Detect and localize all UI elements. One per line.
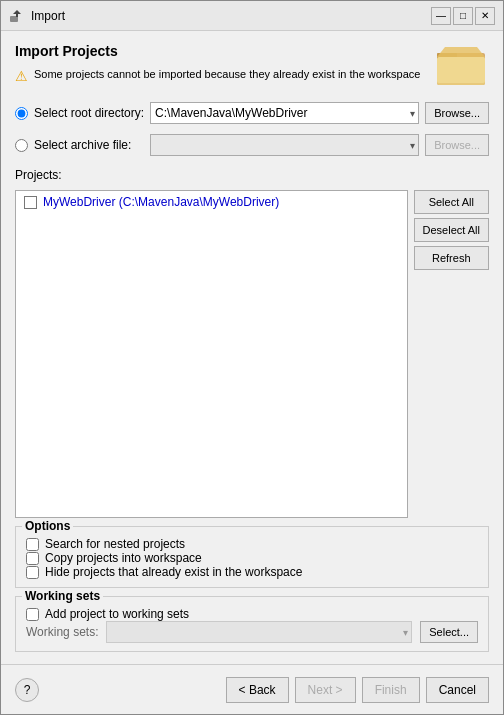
minimize-button[interactable]: — xyxy=(431,7,451,25)
warning-icon: ⚠ xyxy=(15,68,28,84)
copy-projects-label: Copy projects into workspace xyxy=(45,551,202,565)
title-bar-left: Import xyxy=(9,8,65,24)
svg-marker-1 xyxy=(13,10,21,17)
hide-existing-checkbox[interactable] xyxy=(26,566,39,579)
hide-existing-label: Hide projects that already exist in the … xyxy=(45,565,302,579)
browse-archive-button[interactable]: Browse... xyxy=(425,134,489,156)
options-section: Options Search for nested projects Copy … xyxy=(15,526,489,588)
import-window: Import — □ ✕ Import Projects ⚠ Some proj… xyxy=(0,0,504,715)
copy-projects-row: Copy projects into workspace xyxy=(26,551,478,565)
working-sets-dropdown[interactable] xyxy=(106,621,412,643)
projects-list: MyWebDriver (C:\MavenJava\MyWebDriver) xyxy=(15,190,408,518)
folder-illustration xyxy=(437,43,489,92)
title-controls: — □ ✕ xyxy=(431,7,495,25)
working-sets-label: Working sets: xyxy=(26,625,98,639)
title-bar: Import — □ ✕ xyxy=(1,1,503,31)
deselect-all-button[interactable]: Deselect All xyxy=(414,218,489,242)
root-directory-label: Select root directory: xyxy=(34,106,144,120)
select-all-button[interactable]: Select All xyxy=(414,190,489,214)
root-directory-dropdown-wrapper xyxy=(150,102,419,124)
working-sets-dropdown-wrapper xyxy=(106,621,412,643)
root-directory-radio[interactable] xyxy=(15,107,28,120)
warning-box: ⚠ Some projects cannot be imported becau… xyxy=(15,63,429,88)
browse-root-button[interactable]: Browse... xyxy=(425,102,489,124)
archive-file-row: Select archive file: Browse... xyxy=(15,134,489,156)
archive-file-dropdown-wrapper xyxy=(150,134,419,156)
window-title: Import xyxy=(31,9,65,23)
root-directory-row: Select root directory: Browse... xyxy=(15,102,489,124)
copy-projects-checkbox[interactable] xyxy=(26,552,39,565)
add-to-working-sets-row: Add project to working sets xyxy=(26,607,478,621)
next-button[interactable]: Next > xyxy=(295,677,356,703)
svg-marker-6 xyxy=(437,47,485,57)
archive-file-label: Select archive file: xyxy=(34,138,144,152)
add-working-sets-label: Add project to working sets xyxy=(45,607,189,621)
refresh-button[interactable]: Refresh xyxy=(414,246,489,270)
project-name: MyWebDriver (C:\MavenJava\MyWebDriver) xyxy=(43,195,279,209)
warning-text: Some projects cannot be imported because… xyxy=(34,67,420,82)
back-button[interactable]: < Back xyxy=(226,677,289,703)
search-nested-checkbox[interactable] xyxy=(26,538,39,551)
import-title-icon xyxy=(9,8,25,24)
working-sets-select-button[interactable]: Select... xyxy=(420,621,478,643)
folder-icon-svg xyxy=(437,43,489,89)
svg-rect-5 xyxy=(437,57,485,83)
archive-file-input[interactable] xyxy=(150,134,419,156)
working-sets-title: Working sets xyxy=(22,589,103,603)
close-button[interactable]: ✕ xyxy=(475,7,495,25)
search-nested-label: Search for nested projects xyxy=(45,537,185,551)
root-directory-input[interactable] xyxy=(150,102,419,124)
working-sets-input-row: Working sets: Select... xyxy=(26,621,478,643)
hide-existing-row: Hide projects that already exist in the … xyxy=(26,565,478,579)
footer-right: < Back Next > Finish Cancel xyxy=(226,677,489,703)
archive-file-radio[interactable] xyxy=(15,139,28,152)
help-button[interactable]: ? xyxy=(15,678,39,702)
maximize-button[interactable]: □ xyxy=(453,7,473,25)
finish-button[interactable]: Finish xyxy=(362,677,420,703)
add-working-sets-checkbox[interactable] xyxy=(26,608,39,621)
working-sets-section: Working sets Add project to working sets… xyxy=(15,596,489,652)
dialog-content: Import Projects ⚠ Some projects cannot b… xyxy=(1,31,503,664)
projects-area: MyWebDriver (C:\MavenJava\MyWebDriver) S… xyxy=(15,190,489,518)
page-title: Import Projects xyxy=(15,43,429,59)
cancel-button[interactable]: Cancel xyxy=(426,677,489,703)
search-nested-row: Search for nested projects xyxy=(26,537,478,551)
dialog-footer: ? < Back Next > Finish Cancel xyxy=(1,664,503,714)
options-title: Options xyxy=(22,519,73,533)
list-item[interactable]: MyWebDriver (C:\MavenJava\MyWebDriver) xyxy=(16,191,407,213)
projects-label: Projects: xyxy=(15,168,489,182)
side-buttons: Select All Deselect All Refresh xyxy=(414,190,489,518)
project-checkbox[interactable] xyxy=(24,196,37,209)
footer-left: ? xyxy=(15,678,39,702)
